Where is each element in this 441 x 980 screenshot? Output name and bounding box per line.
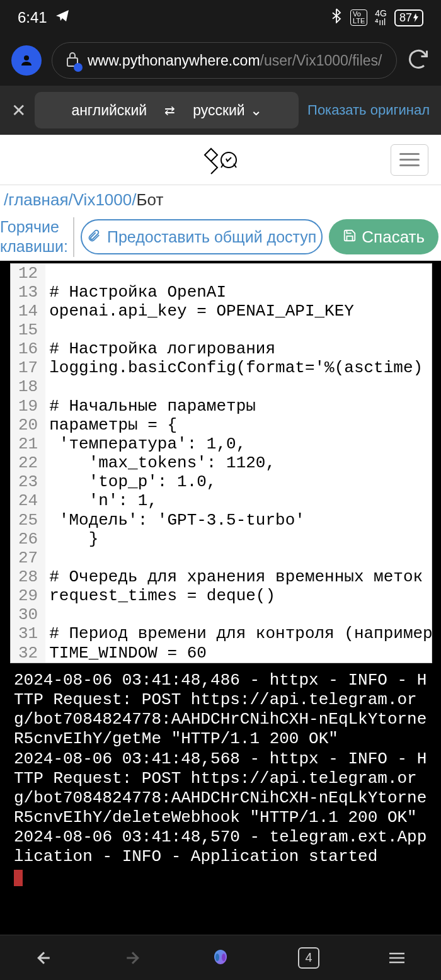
- status-bar: 6:41 VoLTE 4G⁴ııl 87: [0, 0, 441, 35]
- breadcrumb-home[interactable]: главная: [8, 190, 68, 209]
- hotkeys-link[interactable]: Горячие клавиши:: [0, 217, 74, 257]
- code-editor[interactable]: 1213141516171819202122232425262728293031…: [10, 263, 432, 663]
- profile-button[interactable]: [11, 45, 42, 76]
- language-switcher[interactable]: английский ⇄ русский ⌄: [35, 92, 299, 128]
- tabs-button[interactable]: 4: [291, 947, 326, 969]
- breadcrumb-user[interactable]: Vix1000: [73, 190, 132, 209]
- save-button[interactable]: Спасать: [329, 219, 438, 254]
- save-icon: [343, 227, 357, 247]
- line-gutter: 1213141516171819202122232425262728293031…: [11, 264, 45, 663]
- cursor: [14, 870, 23, 886]
- show-original-link[interactable]: Показать оригинал: [307, 102, 430, 118]
- source-language: английский: [71, 102, 147, 119]
- console-output[interactable]: 2024-08-06 03:41:48,486 - httpx - INFO -…: [9, 666, 432, 894]
- forward-button[interactable]: [115, 949, 150, 967]
- volte-icon: VoLTE: [350, 9, 367, 26]
- app-header: [0, 135, 441, 185]
- breadcrumb: /главная/Vix1000/Бот: [0, 185, 441, 214]
- translate-bar: ✕ английский ⇄ русский ⌄ Показать оригин…: [0, 86, 441, 135]
- battery-indicator: 87: [394, 9, 423, 26]
- close-icon[interactable]: ✕: [11, 100, 26, 121]
- copilot-icon[interactable]: [203, 946, 238, 970]
- overflow-menu[interactable]: [379, 951, 415, 965]
- svg-point-4: [222, 954, 226, 961]
- menu-button[interactable]: [391, 144, 428, 176]
- code-content[interactable]: # Настройка OpenAIopenai.api_key = OPENA…: [45, 264, 432, 663]
- breadcrumb-current: Бот: [136, 190, 163, 209]
- url-text: www.pythonanywhere.com/user/Vix1000/file…: [88, 52, 382, 69]
- action-bar: Горячие клавиши: Предоставить общий дост…: [0, 214, 441, 261]
- svg-rect-1: [67, 58, 77, 66]
- paperclip-icon: [87, 228, 101, 246]
- app-logo[interactable]: [50, 145, 391, 175]
- back-button[interactable]: [26, 949, 62, 967]
- bottom-nav: 4: [0, 935, 441, 980]
- share-button[interactable]: Предоставить общий доступ: [81, 219, 323, 254]
- browser-toolbar: www.pythonanywhere.com/user/Vix1000/file…: [0, 35, 441, 86]
- clock: 6:41: [18, 9, 47, 26]
- target-language: русский: [193, 102, 245, 119]
- swap-icon[interactable]: ⇄: [164, 103, 175, 118]
- url-bar[interactable]: www.pythonanywhere.com/user/Vix1000/file…: [52, 42, 397, 79]
- telegram-icon: [55, 8, 70, 27]
- svg-point-3: [215, 954, 219, 961]
- chevron-down-icon: ⌄: [250, 102, 262, 119]
- svg-point-0: [24, 55, 29, 60]
- bluetooth-icon: [330, 8, 343, 27]
- console-text: 2024-08-06 03:41:48,486 - httpx - INFO -…: [14, 671, 427, 867]
- network-icon: 4G⁴ııl: [375, 9, 387, 26]
- lock-icon: [65, 50, 80, 71]
- reload-icon[interactable]: [407, 48, 430, 73]
